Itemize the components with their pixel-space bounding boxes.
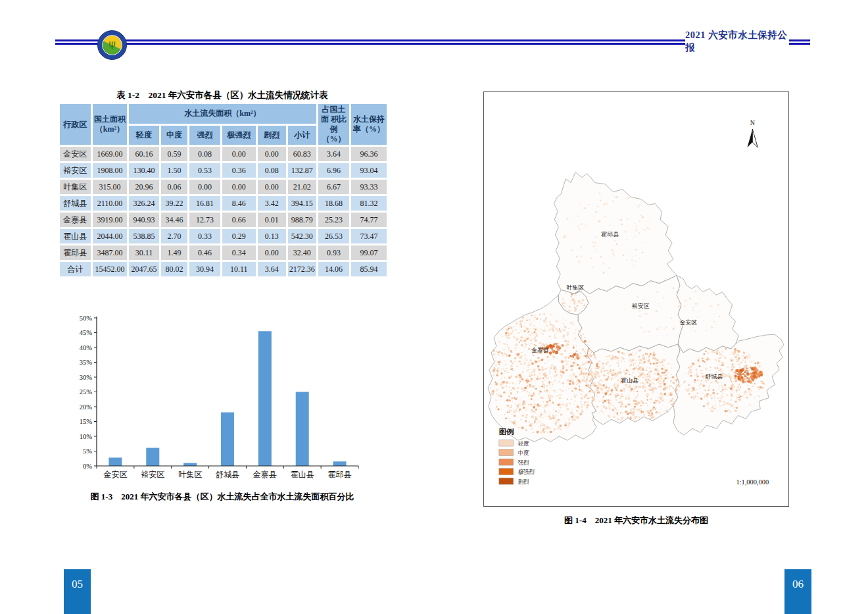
col-header-pct-of-land: 占国土面 积比例 （%） (318, 104, 350, 145)
legend-swatch (499, 469, 514, 475)
table-cell: 132.87 (288, 163, 316, 178)
agency-logo: ψ (97, 30, 127, 60)
table-cell: 0.08 (258, 163, 287, 178)
legend-label: 中度 (518, 449, 529, 456)
table-cell: 0.29 (222, 229, 256, 243)
table-cell: 0.00 (222, 147, 256, 161)
col-header-admin: 行政区 (60, 104, 91, 145)
erosion-statistics-table: 行政区 国土面积 （km²） 水土流失面积（km²） 占国土面 积比例 （%） … (58, 102, 389, 278)
row-header-admin: 金安区 (60, 147, 91, 161)
y-tick-label: 30% (80, 374, 93, 381)
table-cell: 2110.00 (93, 196, 128, 211)
table-cell: 2044.00 (93, 229, 128, 243)
county-label: 金寨县 (531, 347, 549, 353)
y-axis-ticks (94, 318, 97, 466)
y-axis-labels: 0%5%10%15%20%25%30%35%40%45%50% (80, 315, 93, 470)
bar (221, 413, 234, 466)
table-cell: 0.06 (161, 180, 188, 194)
bar (108, 457, 122, 466)
table-cell: 0.00 (258, 180, 287, 194)
table-cell: 21.02 (288, 180, 316, 194)
table-cell: 14.06 (318, 262, 350, 276)
col-header-land-area: 国土面积 （km²） (93, 104, 128, 145)
table-cell: 73.47 (351, 229, 387, 243)
table-cell: 3.42 (258, 196, 287, 211)
county-label: 霍邱县 (601, 231, 619, 238)
table-row: 合计15452.002047.6580.0230.9410.113.642172… (60, 262, 387, 276)
table-cell: 93.04 (351, 163, 387, 178)
table-cell: 60.83 (288, 147, 316, 161)
y-tick-label: 45% (80, 329, 93, 336)
map-legend-title: 图例 (499, 428, 514, 436)
table-cell: 1.50 (161, 163, 188, 178)
table-cell: 34.46 (161, 213, 188, 227)
map-caption: 图 1-4 2021 年六安市水土流失分布图 (483, 515, 789, 526)
table-cell: 30.11 (129, 245, 159, 260)
map-legend: 轻度中度强烈极强烈剧烈 (499, 440, 535, 484)
y-tick-label: 50% (80, 315, 93, 322)
table-cell: 0.01 (258, 213, 287, 227)
table-cell: 93.33 (351, 180, 387, 194)
north-arrow-icon: N (747, 119, 758, 147)
table-cell: 0.53 (189, 163, 220, 178)
table-cell: 3487.00 (93, 245, 128, 260)
table-cell: 81.32 (351, 196, 387, 211)
county-label: 舒城县 (705, 373, 723, 380)
legend-swatch (499, 449, 514, 456)
sub-col-header: 轻度 (129, 126, 159, 145)
table-cell: 8.46 (222, 196, 256, 211)
table-cell: 60.16 (129, 147, 159, 161)
county-jinan (677, 276, 738, 353)
table-row: 金寨县3919.00940.9334.4612.730.660.01988.79… (60, 213, 387, 227)
chart-caption: 图 1-3 2021 年六安市各县（区）水土流失占全市水土流失面积百分比 (58, 491, 387, 503)
table-cell: 85.94 (351, 262, 387, 276)
table-cell: 130.40 (129, 163, 159, 178)
table-cell: 394.15 (288, 196, 316, 211)
table-cell: 0.00 (258, 147, 287, 161)
table-cell: 6.96 (318, 163, 350, 178)
x-tick-label: 霍邱县 (328, 470, 352, 479)
table-cell: 0.08 (189, 147, 220, 161)
table-cell: 538.85 (129, 229, 159, 243)
table-cell: 26.53 (318, 229, 350, 243)
table-cell: 0.93 (318, 245, 350, 260)
table-cell: 940.93 (129, 213, 159, 227)
bulletin-spread: ψ 2021 六安市水土保持公报 表 1-2 2021 年六安市各县（区）水土流… (0, 0, 868, 614)
table-row: 裕安区1908.00130.401.500.530.360.08132.876.… (60, 163, 387, 178)
x-tick-label: 霍山县 (291, 470, 314, 479)
col-header-conservation-rate: 水土保持 率（%） (351, 104, 387, 145)
table-cell: 0.00 (189, 180, 220, 194)
y-tick-label: 5% (83, 448, 92, 455)
x-tick-label: 舒城县 (216, 470, 239, 479)
sub-col-header: 小计 (288, 126, 316, 145)
row-header-admin: 霍山县 (60, 229, 91, 243)
table-cell: 0.66 (222, 213, 256, 227)
county-shucheng (673, 334, 784, 435)
x-axis-labels: 金安区裕安区叶集区舒城县金寨县霍山县霍邱县 (103, 470, 351, 479)
table-cell: 10.11 (222, 262, 256, 276)
table-cell: 12.73 (189, 213, 220, 227)
table-cell: 1669.00 (93, 147, 128, 161)
table-row: 叶集区315.0020.960.060.000.000.0021.026.679… (60, 180, 387, 194)
table-cell: 326.24 (129, 196, 159, 211)
table-row: 舒城县2110.00326.2439.2216.818.463.42394.15… (60, 196, 387, 211)
legend-label: 轻度 (518, 440, 529, 447)
table-cell: 20.96 (129, 180, 159, 194)
table-title: 表 1-2 2021 年六安市各县（区）水土流失情况统计表 (58, 90, 387, 101)
table-cell: 2047.65 (129, 262, 159, 276)
county-label: 霍山县 (621, 377, 639, 384)
table-cell: 0.00 (222, 180, 256, 194)
document-title: 2021 六安市水土保持公报 (685, 32, 789, 51)
county-label: 金安区 (680, 319, 698, 326)
wheat-icon: ψ (108, 39, 116, 49)
bar (333, 461, 347, 466)
bar (296, 392, 309, 467)
table-cell: 99.07 (351, 245, 387, 260)
table-row: 金安区1669.0060.160.590.080.000.0060.833.64… (60, 147, 387, 161)
table-cell: 0.13 (258, 229, 287, 243)
col-header-erosion-group: 水土流失面积（km²） (129, 104, 316, 124)
y-tick-label: 25% (80, 388, 93, 396)
y-tick-label: 20% (80, 403, 93, 411)
chart-bars (108, 331, 346, 466)
row-header-admin: 金寨县 (60, 213, 91, 227)
